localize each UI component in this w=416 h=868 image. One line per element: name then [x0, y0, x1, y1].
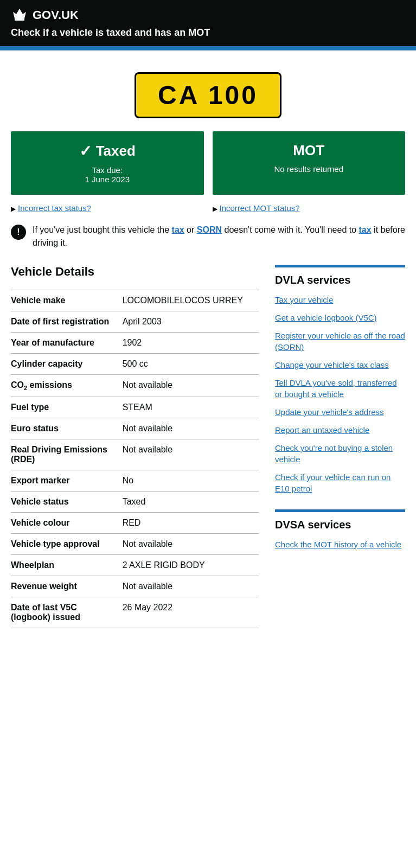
status-links: ▶ Incorrect tax status? ▶ Incorrect MOT … — [11, 203, 405, 213]
dvla-service-link[interactable]: Change your vehicle's tax class — [275, 360, 389, 369]
dvsa-service-link[interactable]: Check the MOT history of a vehicle — [275, 540, 401, 549]
row-label: Real Driving Emissions (RDE) — [11, 439, 123, 470]
row-label: Vehicle colour — [11, 513, 123, 534]
list-item: Register your vehicle as off the road (S… — [275, 330, 405, 353]
row-label: Fuel type — [11, 397, 123, 418]
dvla-services-title: DVLA services — [275, 274, 405, 286]
list-item: Update your vehicle's address — [275, 406, 405, 418]
row-label: CO2 emissions — [11, 375, 123, 397]
dvla-services-section: DVLA services Tax your vehicleGet a vehi… — [275, 265, 405, 494]
table-row: CO2 emissionsNot available — [11, 375, 259, 397]
plate-container: CA 100 — [11, 72, 405, 118]
row-value: 1902 — [123, 333, 259, 354]
crown-icon — [11, 7, 28, 24]
check-icon: ✓ — [79, 142, 92, 160]
blue-bar — [0, 46, 416, 50]
two-col-layout: Vehicle Details Vehicle makeLOCOMOBILELO… — [11, 265, 405, 628]
status-cards: ✓ Taxed Tax due: 1 June 2023 MOT No resu… — [11, 131, 405, 195]
list-item: Report an untaxed vehicle — [275, 424, 405, 436]
dvla-service-link[interactable]: Report an untaxed vehicle — [275, 425, 369, 435]
list-item: Tax your vehicle — [275, 294, 405, 305]
tax-link-2[interactable]: tax — [359, 225, 372, 234]
gov-logo: GOV.UK — [11, 7, 405, 24]
dvsa-links-list: Check the MOT history of a vehicle — [275, 539, 405, 550]
tax-status-title: ✓ Taxed — [20, 142, 195, 160]
mot-status-title: MOT — [221, 142, 397, 159]
table-row: Revenue weightNot available — [11, 576, 259, 597]
table-row: Vehicle colourRED — [11, 513, 259, 534]
table-row: Euro statusNot available — [11, 418, 259, 439]
mot-status-detail: No results returned — [221, 164, 397, 174]
row-value: LOCOMOBILELOCOS URREY — [123, 290, 259, 311]
list-item: Change your vehicle's tax class — [275, 359, 405, 371]
dvla-service-link[interactable]: Register your vehicle as off the road (S… — [275, 331, 405, 352]
dvla-bar — [275, 265, 405, 267]
row-label: Wheelplan — [11, 555, 123, 576]
row-label: Export marker — [11, 470, 123, 492]
main-content: CA 100 ✓ Taxed Tax due: 1 June 2023 MOT … — [0, 50, 416, 628]
incorrect-tax-link-item: ▶ Incorrect tax status? — [11, 203, 204, 213]
row-value: No — [123, 470, 259, 492]
list-item: Check if your vehicle can run on E10 pet… — [275, 471, 405, 494]
tax-status-detail: Tax due: 1 June 2023 — [20, 165, 195, 184]
row-value: RED — [123, 513, 259, 534]
row-label: Vehicle make — [11, 290, 123, 311]
list-item: Check you're not buying a stolen vehicle — [275, 442, 405, 465]
warning-icon: ! — [11, 225, 26, 240]
sorn-link[interactable]: SORN — [197, 225, 222, 234]
incorrect-mot-link-item: ▶ Incorrect MOT status? — [213, 203, 406, 213]
triangle-icon-mot: ▶ — [213, 205, 217, 213]
warning-text-or: or — [184, 225, 197, 234]
table-row: Vehicle type approvalNot available — [11, 534, 259, 555]
incorrect-tax-link[interactable]: Incorrect tax status? — [18, 203, 91, 213]
row-value: STEAM — [123, 397, 259, 418]
row-label: Revenue weight — [11, 576, 123, 597]
warning-box: ! If you've just bought this vehicle the… — [11, 224, 405, 250]
dvla-service-link[interactable]: Tell DVLA you've sold, transferred or bo… — [275, 378, 397, 399]
row-value: 500 cc — [123, 354, 259, 375]
vehicle-details-title: Vehicle Details — [11, 265, 259, 279]
table-row: Wheelplan2 AXLE RIGID BODY — [11, 555, 259, 576]
table-row: Vehicle statusTaxed — [11, 492, 259, 513]
row-value: Not available — [123, 576, 259, 597]
gov-uk-label: GOV.UK — [33, 8, 79, 22]
svg-rect-0 — [15, 18, 24, 21]
warning-text: If you've just bought this vehicle the t… — [33, 224, 405, 250]
row-value: April 2003 — [123, 311, 259, 333]
incorrect-mot-link[interactable]: Incorrect MOT status? — [220, 203, 300, 213]
dvla-service-link[interactable]: Get a vehicle logbook (V5C) — [275, 313, 377, 322]
row-label: Year of manufacture — [11, 333, 123, 354]
services-sidebar: DVLA services Tax your vehicleGet a vehi… — [275, 265, 405, 565]
row-value: Not available — [123, 534, 259, 555]
table-row: Export markerNo — [11, 470, 259, 492]
site-header: GOV.UK Check if a vehicle is taxed and h… — [0, 0, 416, 46]
vehicle-details-section: Vehicle Details Vehicle makeLOCOMOBILELO… — [11, 265, 259, 628]
warning-text-before: If you've just bought this vehicle the — [33, 225, 172, 234]
dvla-service-link[interactable]: Check if your vehicle can run on E10 pet… — [275, 473, 391, 493]
dvsa-services-section: DVSA services Check the MOT history of a… — [275, 509, 405, 550]
tax-link-1[interactable]: tax — [172, 225, 184, 234]
dvla-service-link[interactable]: Update your vehicle's address — [275, 407, 383, 417]
table-row: Vehicle makeLOCOMOBILELOCOS URREY — [11, 290, 259, 311]
list-item: Get a vehicle logbook (V5C) — [275, 312, 405, 323]
dvsa-bar — [275, 509, 405, 512]
list-item: Check the MOT history of a vehicle — [275, 539, 405, 550]
table-row: Cylinder capacity500 cc — [11, 354, 259, 375]
tax-status-card: ✓ Taxed Tax due: 1 June 2023 — [11, 131, 204, 195]
row-label: Cylinder capacity — [11, 354, 123, 375]
row-label: Vehicle type approval — [11, 534, 123, 555]
dvla-links-list: Tax your vehicleGet a vehicle logbook (V… — [275, 294, 405, 494]
row-label: Euro status — [11, 418, 123, 439]
dvsa-services-title: DVSA services — [275, 519, 405, 531]
number-plate: CA 100 — [135, 72, 281, 118]
dvla-service-link[interactable]: Tax your vehicle — [275, 295, 334, 304]
row-value: Not available — [123, 375, 259, 397]
triangle-icon: ▶ — [11, 205, 16, 213]
mot-status-card: MOT No results returned — [213, 131, 406, 195]
table-row: Year of manufacture1902 — [11, 333, 259, 354]
dvla-service-link[interactable]: Check you're not buying a stolen vehicle — [275, 443, 393, 464]
page-title: Check if a vehicle is taxed and has an M… — [11, 27, 405, 39]
table-row: Date of first registrationApril 2003 — [11, 311, 259, 333]
row-value: 26 May 2022 — [123, 597, 259, 628]
list-item: Tell DVLA you've sold, transferred or bo… — [275, 377, 405, 400]
